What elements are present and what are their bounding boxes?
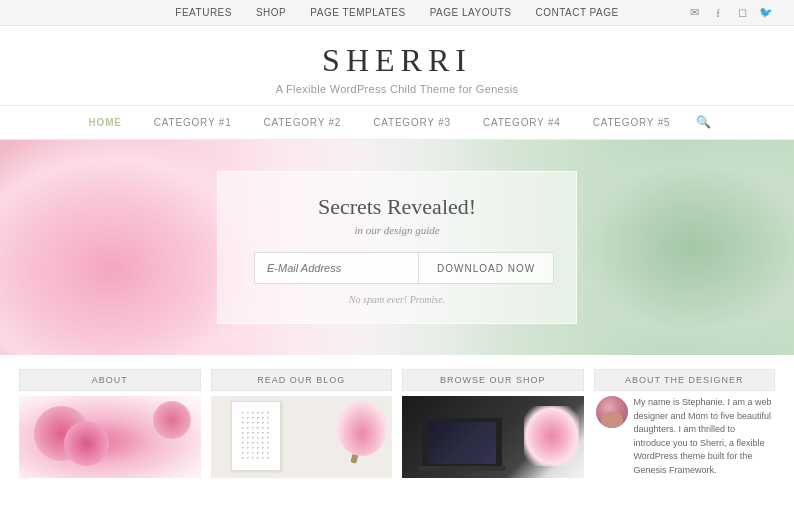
nav-home[interactable]: HOME xyxy=(73,108,138,137)
email-input[interactable] xyxy=(254,252,419,284)
no-spam-text: No spam ever! Promise. xyxy=(254,294,540,305)
nav-features[interactable]: FEATURES xyxy=(175,7,232,18)
shop-panel-header: BROWSE OUR SHOP xyxy=(402,369,584,391)
hero-section: Secrets Revealed! in our design guide DO… xyxy=(0,140,794,355)
designer-bio: My name is Stephanie. I am a web designe… xyxy=(634,396,774,477)
site-tagline: A Flexible WordPress Child Theme for Gen… xyxy=(0,83,794,95)
instagram-icon[interactable]: ◻ xyxy=(734,5,750,21)
site-header: SHERRI A Flexible WordPress Child Theme … xyxy=(0,26,794,105)
shop-panel: BROWSE OUR SHOP xyxy=(402,369,584,490)
avatar xyxy=(596,396,628,428)
laptop-base xyxy=(418,466,506,471)
blog-panel-image xyxy=(211,396,393,478)
email-icon[interactable]: ✉ xyxy=(686,5,702,21)
nav-category-5[interactable]: CATEGORY #5 xyxy=(577,108,687,137)
nav-page-templates[interactable]: PAGE TEMPLATES xyxy=(310,7,405,18)
download-button[interactable]: DOWNLOAD NOW xyxy=(419,252,554,284)
top-navigation: FEATURES SHOP PAGE TEMPLATES PAGE LAYOUT… xyxy=(0,0,794,26)
about-panel: ABOUT xyxy=(19,369,201,490)
facebook-icon[interactable]: f xyxy=(710,5,726,21)
laptop-screen xyxy=(428,422,496,464)
about-panel-image xyxy=(19,396,201,478)
designer-content: My name is Stephanie. I am a web designe… xyxy=(594,396,776,477)
hero-title: Secrets Revealed! xyxy=(254,194,540,220)
hero-leaves-right xyxy=(544,140,794,355)
notebook-decoration xyxy=(231,401,281,471)
site-title: SHERRI xyxy=(0,42,794,79)
hero-subtitle: in our design guide xyxy=(254,224,540,236)
designer-panel: ABOUT THE DESIGNER My name is Stephanie.… xyxy=(594,369,776,490)
shop-flowers-decoration xyxy=(524,406,579,466)
nav-contact-page[interactable]: CONTACT PAGE xyxy=(535,7,618,18)
nav-category-4[interactable]: CATEGORY #4 xyxy=(467,108,577,137)
about-panel-header: ABOUT xyxy=(19,369,201,391)
blog-panel-header: READ OUR BLOG xyxy=(211,369,393,391)
nav-category-2[interactable]: CATEGORY #2 xyxy=(248,108,358,137)
nav-page-layouts[interactable]: PAGE LAYOUTS xyxy=(430,7,512,18)
blog-panel: READ OUR BLOG xyxy=(211,369,393,490)
designer-panel-header: ABOUT THE DESIGNER xyxy=(594,369,776,391)
nav-category-1[interactable]: CATEGORY #1 xyxy=(138,108,248,137)
social-links: ✉ f ◻ 🐦 xyxy=(686,5,774,21)
hero-overlay: Secrets Revealed! in our design guide DO… xyxy=(217,171,577,324)
top-nav-links: FEATURES SHOP PAGE TEMPLATES PAGE LAYOUT… xyxy=(175,7,618,18)
main-navigation: HOME CATEGORY #1 CATEGORY #2 CATEGORY #3… xyxy=(0,105,794,140)
twitter-icon[interactable]: 🐦 xyxy=(758,5,774,21)
search-icon[interactable]: 🔍 xyxy=(686,106,721,139)
flower-decoration-3 xyxy=(153,401,191,439)
bottom-panels: ABOUT READ OUR BLOG BROWSE OUR SHOP xyxy=(0,355,794,490)
laptop-decoration xyxy=(422,418,502,468)
dots-pattern xyxy=(240,410,272,462)
hero-form: DOWNLOAD NOW xyxy=(254,252,540,284)
nav-category-3[interactable]: CATEGORY #3 xyxy=(357,108,467,137)
nav-shop-top[interactable]: SHOP xyxy=(256,7,286,18)
flower-decoration-2 xyxy=(64,421,109,466)
small-flowers-decoration xyxy=(337,401,387,456)
shop-panel-image xyxy=(402,396,584,478)
